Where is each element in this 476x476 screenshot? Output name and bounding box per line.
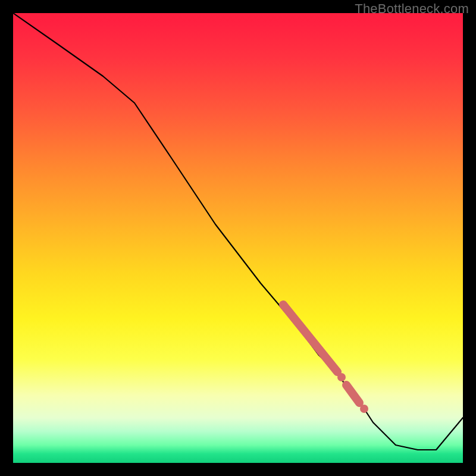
bottleneck-curve [13, 13, 463, 450]
highlight-dot-2 [360, 405, 368, 413]
highlight-band-main [283, 305, 337, 372]
plot-area [13, 13, 463, 463]
chart-stage: TheBottleneck.com [0, 0, 476, 476]
highlight-band-small [346, 385, 359, 403]
highlight-dot-1 [337, 373, 346, 381]
chart-svg [13, 13, 463, 463]
